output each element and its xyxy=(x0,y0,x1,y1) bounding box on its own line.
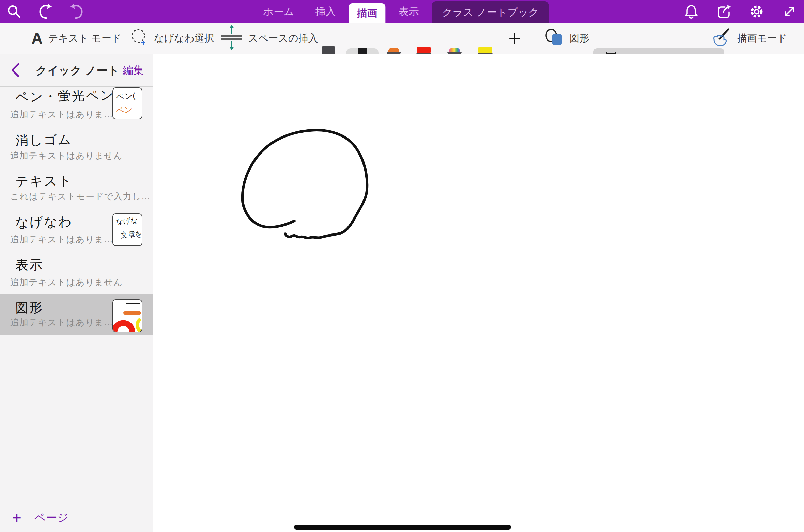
page-item-eraser[interactable]: 消しゴム 追加テキストはありません xyxy=(0,127,153,168)
home-indicator[interactable] xyxy=(294,525,511,530)
page-thumbnail-shapes xyxy=(112,299,142,332)
add-pen-button[interactable]: + xyxy=(508,23,521,54)
tab-insert[interactable]: 挿入 xyxy=(307,0,344,23)
tab-view[interactable]: 表示 xyxy=(390,0,427,23)
fullscreen-expand-icon[interactable] xyxy=(782,4,797,19)
undo-icon[interactable] xyxy=(37,4,53,19)
notebook-section-title: クイック ノート xyxy=(36,63,119,78)
top-app-bar: ホーム 挿入 描画 表示 クラス ノートブック xyxy=(0,0,804,23)
page-thumbnail: ペン( ペン xyxy=(112,87,142,119)
toolbar-divider xyxy=(534,29,534,48)
page-list-sidebar: クイック ノート 編集 ペン・蛍光ペン 追加テキストはありま… ペン( ペン 消… xyxy=(0,54,153,532)
back-chevron-icon[interactable] xyxy=(10,63,23,78)
page-thumbnail: なげな 文章を xyxy=(112,213,142,246)
lasso-icon xyxy=(130,28,149,50)
add-page-button[interactable]: + ページ xyxy=(0,503,153,532)
sidebar-header: クイック ノート 編集 xyxy=(0,54,153,87)
share-icon[interactable] xyxy=(716,4,732,19)
insert-space-button[interactable]: スペースの挿入 xyxy=(221,23,318,54)
draw-mode-button[interactable]: 描画モード xyxy=(711,23,787,54)
insert-space-icon xyxy=(221,25,243,53)
ribbon-tabs: ホーム 挿入 描画 表示 クラス ノートブック xyxy=(255,0,549,23)
text-mode-icon: A xyxy=(31,29,43,48)
notifications-bell-icon[interactable] xyxy=(683,4,699,19)
ink-stroke-circle[interactable] xyxy=(153,54,804,532)
shapes-icon xyxy=(544,28,564,49)
page-item-text[interactable]: テキスト これはテキストモードで入力し… xyxy=(0,168,153,209)
toolbar-divider xyxy=(341,29,341,48)
search-icon[interactable] xyxy=(6,4,22,19)
drawing-canvas[interactable] xyxy=(153,54,804,532)
lasso-select-button[interactable]: なげなわ選択 xyxy=(130,23,214,54)
page-item-view[interactable]: 表示 追加テキストはありません xyxy=(0,252,153,294)
plus-icon: + xyxy=(12,510,21,526)
tab-draw[interactable]: 描画 xyxy=(349,3,386,23)
redo-icon[interactable] xyxy=(69,4,84,19)
onenote-app: ホーム 挿入 描画 表示 クラス ノートブック A テキスト モード xyxy=(0,0,804,532)
draw-mode-hand-icon xyxy=(711,28,732,49)
tab-home[interactable]: ホーム xyxy=(255,0,302,23)
tab-class-notebook[interactable]: クラス ノートブック xyxy=(432,1,549,23)
page-item-lasso[interactable]: なげなわ 追加テキストはありま… なげな 文章を xyxy=(0,209,153,252)
page-item-pen-highlighter[interactable]: ペン・蛍光ペン 追加テキストはありま… ペン( ペン xyxy=(0,83,153,127)
page-item-shapes[interactable]: 図形 追加テキストはありま… xyxy=(0,294,153,335)
edit-button[interactable]: 編集 xyxy=(123,63,144,78)
draw-toolbar: A テキスト モード なげなわ選択 スペースの挿入 xyxy=(0,23,804,54)
text-mode-button[interactable]: A テキスト モード xyxy=(31,23,121,54)
shapes-button[interactable]: 図形 xyxy=(544,23,589,54)
toolbar-divider xyxy=(308,29,308,48)
settings-gear-icon[interactable] xyxy=(749,4,764,19)
